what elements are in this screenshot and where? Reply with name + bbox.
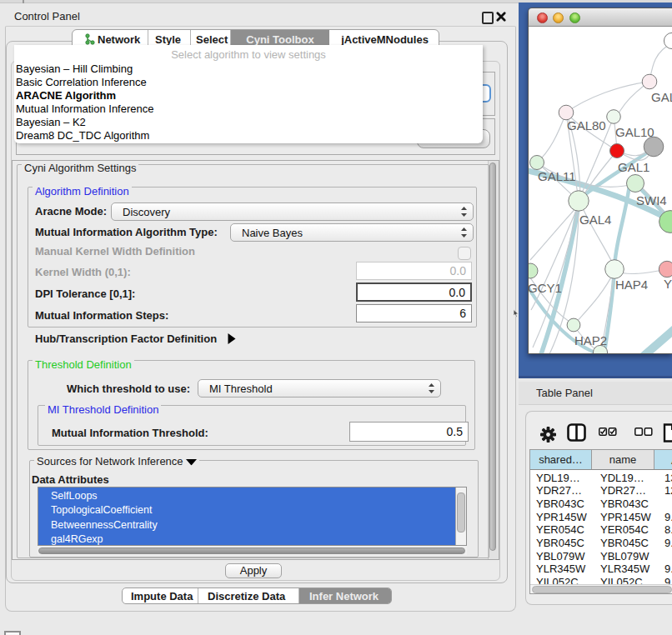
svg-text:GAL4: GAL4 [579, 212, 611, 227]
svg-text:GAL10: GAL10 [615, 125, 654, 139]
svg-text:GAL1: GAL1 [618, 160, 649, 174]
svg-text:Y: Y [664, 277, 672, 291]
svg-text:SWI4: SWI4 [636, 193, 667, 208]
svg-text:HAP4: HAP4 [615, 278, 648, 292]
svg-text:GAL: GAL [651, 90, 672, 104]
svg-text:HAP2: HAP2 [574, 333, 607, 348]
svg-text:GCY1: GCY1 [529, 281, 562, 295]
svg-text:GAL11: GAL11 [538, 169, 576, 183]
svg-text:GAL80: GAL80 [567, 118, 606, 132]
